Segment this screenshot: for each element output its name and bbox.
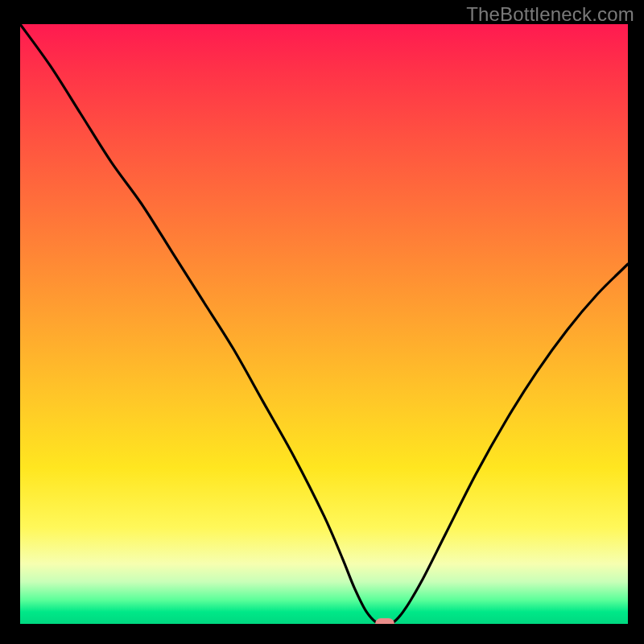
bottleneck-curve	[20, 24, 628, 624]
plot-area	[20, 24, 628, 624]
watermark-text: TheBottleneck.com	[466, 3, 634, 26]
optimal-point-marker	[375, 618, 394, 624]
chart-frame: TheBottleneck.com	[0, 0, 644, 644]
